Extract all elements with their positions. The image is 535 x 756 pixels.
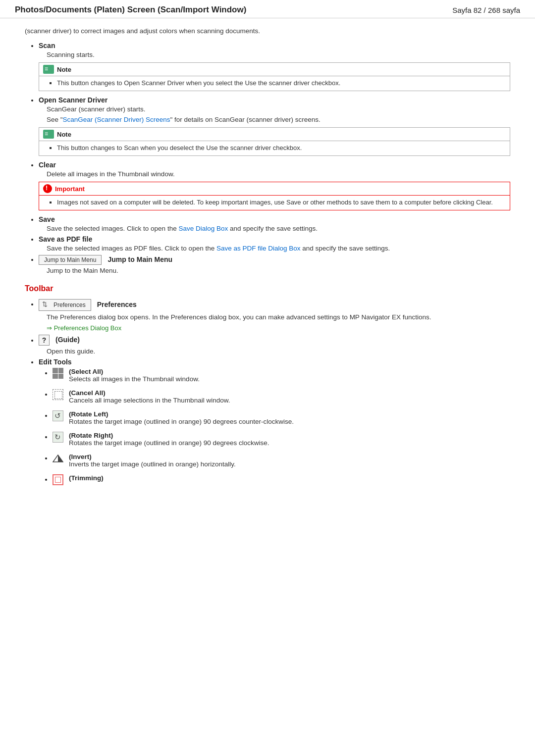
important-icon <box>43 184 52 193</box>
rotate-left-icon-wrap <box>53 410 66 421</box>
clear-label: Clear <box>39 161 510 169</box>
list-item-select-all: (Select All) Selects all images in the T… <box>53 367 510 385</box>
open-scanner-driver-desc2: See "ScanGear (Scanner Driver) Screens" … <box>39 116 510 123</box>
jump-to-main-menu-label: Jump to Main Menu <box>107 255 172 263</box>
note-icon-2 <box>43 130 54 139</box>
intro-text: (scanner driver) to correct images and a… <box>25 27 510 35</box>
list-item-rotate-left: (Rotate Left) Rotates the target image (… <box>53 410 510 427</box>
scangear-link[interactable]: ScanGear (Scanner Driver) Screens <box>63 116 170 123</box>
list-item-save-as-pdf: Save as PDF file Save the selected image… <box>39 235 510 252</box>
rotate-right-desc: Rotates the target image (outlined in or… <box>69 439 269 447</box>
main-content: (scanner driver) to correct images and a… <box>0 18 535 504</box>
list-item-clear: Clear Delete all images in the Thumbnail… <box>39 161 510 210</box>
invert-label: (Invert) <box>69 453 92 460</box>
rotate-right-row: (Rotate Right) Rotates the target image … <box>53 431 510 449</box>
list-item-invert: (Invert) Inverts the target image (outli… <box>53 453 510 470</box>
list-item-trimming: (Trimming) <box>53 474 510 485</box>
cancel-all-icon-wrap <box>53 389 66 400</box>
rotate-right-label: (Rotate Right) <box>69 432 113 439</box>
clear-desc: Delete all images in the Thumbnail windo… <box>39 170 510 178</box>
select-all-desc: Selects all images in the Thumbnail wind… <box>69 375 200 383</box>
select-all-label: (Select All) <box>69 368 103 375</box>
list-item-edit-tools: Edit Tools <box>39 358 510 485</box>
cancel-all-label: (Cancel All) <box>69 389 106 397</box>
list-item-rotate-right: (Rotate Right) Rotates the target image … <box>53 431 510 449</box>
trimming-icon <box>53 474 63 485</box>
note-content: This button changes to Open Scanner Driv… <box>39 76 510 91</box>
toolbar-list: Preferences Preferences The Preferences … <box>25 299 510 485</box>
note-item-2: This button changes to Scan when you des… <box>57 144 505 151</box>
rotate-right-icon <box>53 432 63 443</box>
invert-icon <box>53 453 63 464</box>
select-all-icon-wrap <box>53 368 66 379</box>
important-box: Important Images not saved on a computer… <box>39 182 510 210</box>
rotate-left-label: (Rotate Left) <box>69 410 108 418</box>
page-number: Sayfa 82 / 268 sayfa <box>452 6 520 14</box>
save-as-pdf-label: Save as PDF file <box>39 235 510 243</box>
note-item: This button changes to Open Scanner Driv… <box>57 79 505 87</box>
note-box-header-2: Note <box>39 128 510 141</box>
rotate-right-icon-wrap <box>53 432 66 443</box>
important-item: Images not saved on a computer will be d… <box>57 199 505 206</box>
cancel-all-desc: Cancels all image selections in the Thum… <box>69 397 230 404</box>
select-all-row: (Select All) Selects all images in the T… <box>53 367 510 385</box>
page-header: Photos/Documents (Platen) Screen (Scan/I… <box>0 0 535 18</box>
rotate-left-row: (Rotate Left) Rotates the target image (… <box>53 410 510 427</box>
important-label: Important <box>55 185 85 193</box>
important-content: Images not saved on a computer will be d… <box>39 196 510 210</box>
list-item-scan: Scan Scanning starts. Note This button c… <box>39 42 510 91</box>
trimming-row: (Trimming) <box>53 474 510 485</box>
toolbar-heading: Toolbar <box>25 284 510 293</box>
save-as-pdf-dialog-link[interactable]: Save as PDF file Dialog Box <box>216 245 301 252</box>
trimming-icon-wrap <box>53 474 66 485</box>
preferences-button-label: Preferences <box>54 302 86 308</box>
edit-tools-sub-list: (Select All) Selects all images in the T… <box>39 367 510 485</box>
trimming-label: (Trimming) <box>69 474 104 482</box>
scan-label: Scan <box>39 42 510 50</box>
important-box-header: Important <box>39 182 510 196</box>
note-label: Note <box>57 66 71 73</box>
save-label: Save <box>39 215 510 223</box>
note-label-2: Note <box>57 131 71 138</box>
note-icon <box>43 65 54 74</box>
list-item-save: Save Save the selected images. Click to … <box>39 215 510 232</box>
guide-label: (Guide) <box>55 336 80 344</box>
select-all-icon <box>53 368 63 379</box>
rotate-left-desc: Rotates the target image (outlined in or… <box>69 418 294 425</box>
preferences-icon <box>42 301 51 309</box>
save-desc: Save the selected images. Click to open … <box>39 225 510 232</box>
scan-note-box: Note This button changes to Open Scanner… <box>39 62 510 91</box>
save-dialog-link[interactable]: Save Dialog Box <box>178 225 228 232</box>
main-list: Scan Scanning starts. Note This button c… <box>25 42 510 274</box>
guide-button[interactable]: ? <box>39 335 50 346</box>
open-scanner-driver-note-box: Note This button changes to Scan when yo… <box>39 127 510 156</box>
toolbar-section: Toolbar Preferences Preferences The Pref… <box>25 284 510 485</box>
list-item-cancel-all: (Cancel All) Cancels all image selection… <box>53 389 510 406</box>
list-item-guide: ? (Guide) Open this guide. <box>39 335 510 355</box>
preferences-desc: The Preferences dialog box opens. In the… <box>39 313 510 321</box>
note-box-header: Note <box>39 63 510 76</box>
rotate-left-icon <box>53 410 63 421</box>
invert-icon-wrap <box>53 453 66 464</box>
save-as-pdf-desc: Save the selected images as PDF files. C… <box>39 245 510 252</box>
open-scanner-driver-label: Open Scanner Driver <box>39 96 510 104</box>
invert-row: (Invert) Inverts the target image (outli… <box>53 453 510 470</box>
preferences-label: Preferences <box>97 301 137 308</box>
invert-desc: Inverts the target image (outlined in or… <box>69 460 236 468</box>
edit-tools-label: Edit Tools <box>39 358 510 366</box>
guide-desc: Open this guide. <box>39 348 510 355</box>
jump-to-main-menu-button[interactable]: Jump to Main Menu <box>39 255 102 265</box>
list-item-jump-to-main-menu: Jump to Main Menu Jump to Main Menu Jump… <box>39 255 510 274</box>
cancel-all-icon <box>53 389 63 400</box>
list-item-open-scanner-driver: Open Scanner Driver ScanGear (scanner dr… <box>39 96 510 156</box>
preferences-dialog-box-link[interactable]: Preferences Dialog Box <box>47 324 121 332</box>
jump-to-main-menu-desc: Jump to the Main Menu. <box>39 267 510 274</box>
preferences-button[interactable]: Preferences <box>39 299 91 311</box>
open-scanner-driver-desc1: ScanGear (scanner driver) starts. <box>39 105 510 113</box>
note-content-2: This button changes to Scan when you des… <box>39 141 510 155</box>
list-item-preferences: Preferences Preferences The Preferences … <box>39 299 510 332</box>
scan-desc: Scanning starts. <box>39 51 510 58</box>
page-title: Photos/Documents (Platen) Screen (Scan/I… <box>15 5 246 15</box>
cancel-all-row: (Cancel All) Cancels all image selection… <box>53 389 510 406</box>
